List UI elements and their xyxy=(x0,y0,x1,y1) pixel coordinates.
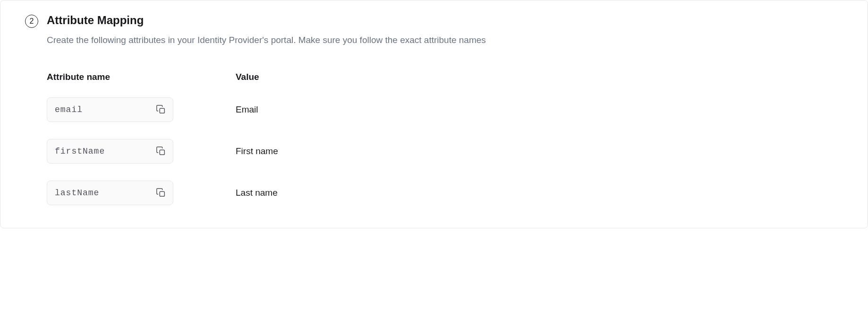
table-row: firstName First name xyxy=(47,139,843,164)
attribute-name-box: firstName xyxy=(47,139,173,164)
attribute-value-lastname: Last name xyxy=(236,188,278,198)
column-header-attribute-name: Attribute name xyxy=(47,72,236,82)
copy-button-firstname[interactable] xyxy=(156,146,166,156)
attribute-name-box: lastName xyxy=(47,181,173,205)
attribute-name-cell: lastName xyxy=(47,181,236,205)
table-row: lastName Last name xyxy=(47,181,843,205)
content-area: Attribute name Value email xyxy=(47,72,843,205)
svg-rect-2 xyxy=(160,191,164,196)
attribute-code-firstname: firstName xyxy=(55,147,105,156)
attribute-code-email: email xyxy=(55,105,83,114)
header-content: Attribute Mapping Create the following a… xyxy=(47,14,843,47)
attribute-value-email: Email xyxy=(236,104,258,115)
svg-rect-0 xyxy=(160,108,164,113)
step-number: 2 xyxy=(30,17,34,26)
table-row: email Email xyxy=(47,97,843,122)
attribute-value-firstname: First name xyxy=(236,146,278,156)
copy-icon xyxy=(156,188,166,198)
section-title: Attribute Mapping xyxy=(47,14,843,27)
copy-button-lastname[interactable] xyxy=(156,188,166,198)
svg-rect-1 xyxy=(160,150,164,155)
attribute-mapping-card: 2 Attribute Mapping Create the following… xyxy=(0,0,868,228)
column-header-value: Value xyxy=(236,72,259,82)
copy-icon xyxy=(156,104,166,115)
attribute-code-lastname: lastName xyxy=(55,188,99,198)
attribute-name-cell: firstName xyxy=(47,139,236,164)
copy-icon xyxy=(156,146,166,156)
table-header-row: Attribute name Value xyxy=(47,72,843,82)
step-header: 2 Attribute Mapping Create the following… xyxy=(25,14,843,47)
attribute-table: Attribute name Value email xyxy=(47,72,843,205)
attribute-name-cell: email xyxy=(47,97,236,122)
section-description: Create the following attributes in your … xyxy=(47,34,843,47)
step-number-badge: 2 xyxy=(25,15,38,28)
attribute-name-box: email xyxy=(47,97,173,122)
copy-button-email[interactable] xyxy=(156,104,166,115)
